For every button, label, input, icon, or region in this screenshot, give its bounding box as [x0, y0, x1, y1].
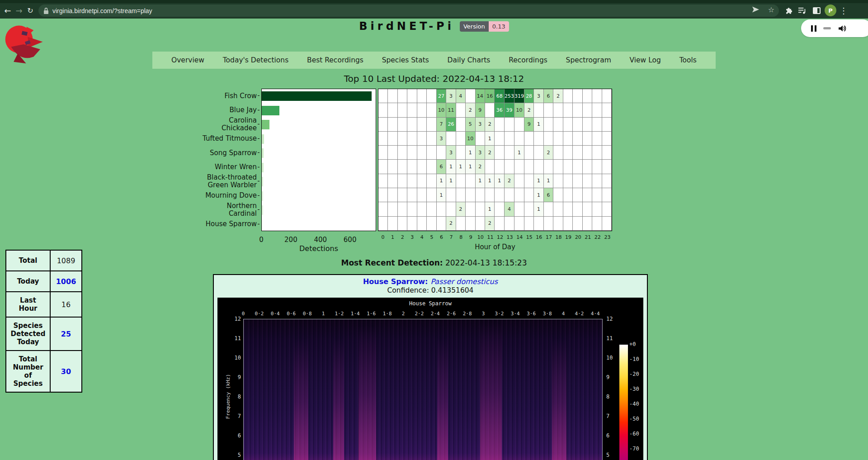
heatmap-cell — [583, 202, 592, 216]
colorbar-tick: -70 — [629, 446, 647, 452]
nav-item-best-recordings[interactable]: Best Recordings — [307, 56, 363, 64]
heatmap-cell — [417, 202, 427, 216]
bookmark-star-icon[interactable]: ☆ — [767, 5, 775, 14]
url-bar[interactable]: virginia.birdnetpi.com/?stream=play — [38, 5, 779, 17]
heatmap-cell: 9 — [524, 118, 534, 132]
heatmap-cell — [407, 217, 417, 231]
heatmap-cell — [534, 217, 543, 231]
nav-item-view-log[interactable]: View Log — [630, 56, 661, 64]
heatmap-cell — [407, 160, 417, 174]
version-badge: Version0.13 — [460, 21, 509, 32]
hour-axis-tick: 18 — [554, 234, 564, 240]
hour-axis-tick: 12 — [495, 234, 505, 240]
reload-icon[interactable]: ↻ — [24, 5, 36, 17]
heatmap-cell — [485, 188, 495, 202]
spectrogram-plot — [243, 319, 603, 460]
heatmap-cell: 1 — [466, 160, 475, 174]
hour-axis-tick: 4 — [417, 234, 427, 240]
heatmap-cell — [602, 132, 612, 146]
freq-axis-tick-left: 9 — [223, 374, 241, 380]
heatmap-cell — [407, 103, 417, 117]
heatmap-cell — [602, 188, 612, 202]
version-label: Version — [460, 21, 489, 32]
heatmap-cell — [446, 132, 456, 146]
spectrogram-streak — [294, 338, 308, 460]
side-panel-icon[interactable] — [811, 5, 822, 16]
heatmap-cell — [583, 217, 592, 231]
heatmap-cell: 4 — [456, 89, 466, 103]
spectrogram-title: House Sparrow — [217, 300, 643, 307]
heatmap-cell — [573, 103, 582, 117]
stats-value-total-number-of-species[interactable]: 30 — [50, 351, 82, 392]
back-icon[interactable]: ← — [2, 5, 14, 17]
heatmap-cell — [563, 132, 573, 146]
heatmap-cell: 9 — [476, 103, 485, 117]
stats-value-species-detected-today[interactable]: 25 — [50, 317, 82, 351]
nav-item-tools[interactable]: Tools — [679, 56, 697, 64]
colorbar-tick: -20 — [629, 371, 647, 377]
heatmap-cell — [602, 217, 612, 231]
forward-icon[interactable]: → — [13, 5, 25, 17]
heatmap-cell — [602, 174, 612, 188]
stats-table: Total1089Today1006Last Hour16Species Det… — [5, 250, 82, 393]
heatmap-cell — [417, 118, 427, 132]
nav-bar: OverviewToday's DetectionsBest Recording… — [152, 52, 716, 69]
spectrogram-streak — [552, 338, 566, 460]
stats-row: Today1006 — [6, 271, 82, 292]
heatmap-cell: 1 — [476, 174, 485, 188]
nav-item-today-s-detections[interactable]: Today's Detections — [223, 56, 288, 64]
time-axis-tick: 4 — [555, 311, 571, 317]
heatmap-cell: 6 — [544, 89, 553, 103]
page-title: BirdNET-Pi — [359, 20, 454, 33]
heatmap-cell: 1 — [437, 188, 446, 202]
detections-bar — [262, 106, 279, 115]
heatmap-cell — [495, 118, 504, 132]
heatmap-cell — [592, 103, 602, 117]
heatmap-cell — [407, 89, 417, 103]
heatmap-cell — [592, 146, 602, 160]
time-axis-tick: 3·2 — [491, 311, 507, 317]
playlist-icon[interactable] — [797, 5, 807, 16]
nav-item-species-stats[interactable]: Species Stats — [382, 56, 429, 64]
species-label-house-sparrow: House Sparrow — [208, 217, 259, 232]
detections-bar-plot — [261, 89, 376, 231]
profile-avatar[interactable]: P — [825, 5, 836, 16]
heatmap-cell — [437, 217, 446, 231]
heatmap-cell — [398, 103, 407, 117]
nav-item-recordings[interactable]: Recordings — [509, 56, 547, 64]
species-label-fish-crow: Fish Crow — [208, 89, 259, 103]
detections-bar — [262, 134, 264, 144]
stats-value-today[interactable]: 1006 — [50, 271, 82, 292]
nav-item-spectrogram[interactable]: Spectrogram — [566, 56, 611, 64]
hour-axis-tick: 19 — [563, 234, 573, 240]
nav-item-daily-charts[interactable]: Daily Charts — [448, 56, 491, 64]
heatmap-cell — [573, 202, 582, 216]
heatmap-cell — [573, 188, 582, 202]
heatmap-cell: 319 — [514, 89, 524, 103]
heatmap-cell — [505, 132, 514, 146]
heatmap-cell — [524, 202, 534, 216]
hour-axis-tick: 14 — [514, 234, 524, 240]
freq-axis-tick-right: 8 — [606, 394, 624, 400]
heatmap-cell — [388, 146, 397, 160]
send-icon[interactable] — [751, 5, 760, 14]
heatmap-cell — [495, 146, 504, 160]
heatmap-cell — [514, 217, 524, 231]
heatmap-cell: 1 — [534, 188, 543, 202]
heatmap-cell — [544, 118, 553, 132]
time-axis-tick: 3·4 — [507, 311, 524, 317]
heatmap-cell — [534, 132, 543, 146]
heatmap-cell — [602, 89, 612, 103]
hour-axis-tick: 8 — [456, 234, 466, 240]
colorbar-tick: -10 — [629, 356, 647, 362]
heatmap-cell: 3 — [437, 132, 446, 146]
colorbar — [619, 345, 628, 460]
extensions-icon[interactable] — [783, 5, 794, 16]
nav-item-overview[interactable]: Overview — [171, 56, 204, 64]
freq-axis-tick-left: 11 — [223, 335, 241, 341]
heatmap-cell — [505, 146, 514, 160]
menu-kebab-icon[interactable]: ⋮ — [838, 5, 849, 16]
url-text[interactable]: virginia.birdnetpi.com/?stream=play — [52, 7, 152, 14]
heatmap-cell — [378, 103, 388, 117]
heatmap-cell: 3 — [534, 89, 543, 103]
